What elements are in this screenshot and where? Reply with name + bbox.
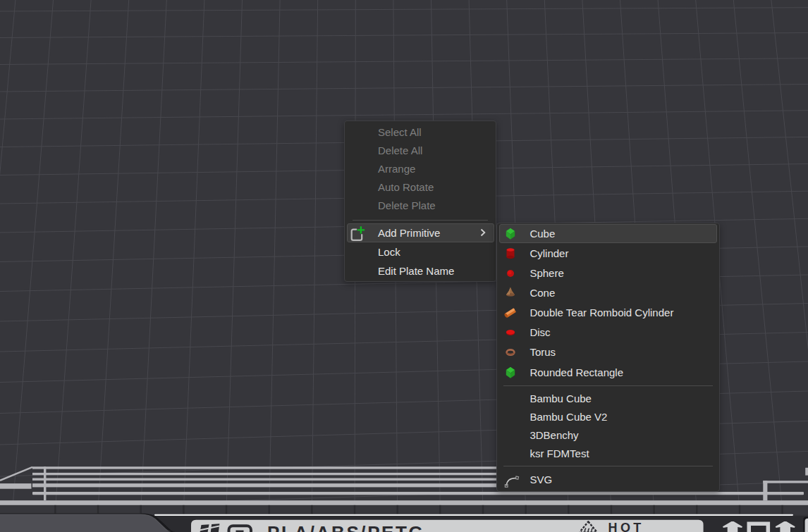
svg-text:HOT: HOT [608, 521, 644, 532]
svg-text:PLA/ABS/PETG: PLA/ABS/PETG [267, 522, 424, 532]
